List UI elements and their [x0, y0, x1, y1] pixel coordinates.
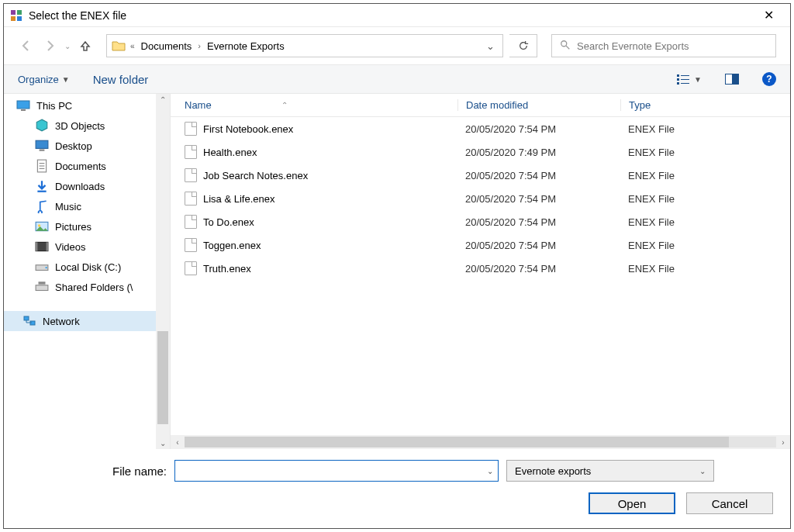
svg-rect-29 — [39, 282, 46, 284]
column-headers: Name⌃ Date modified Type — [171, 94, 790, 117]
file-row[interactable]: Toggen.enex20/05/2020 7:54 PMENEX File — [171, 233, 790, 257]
file-date: 20/05/2020 7:54 PM — [457, 193, 620, 205]
tree-downloads[interactable]: Downloads — [4, 176, 156, 196]
navigation-bar: ⌄ « Documents › Evernote Exports ⌄ Searc… — [4, 27, 790, 64]
up-button[interactable] — [77, 37, 94, 54]
svg-rect-11 — [681, 83, 689, 84]
address-bar[interactable]: « Documents › Evernote Exports ⌄ — [106, 34, 503, 57]
address-dropdown[interactable]: ⌄ — [483, 40, 498, 52]
file-row[interactable]: Truth.enex20/05/2020 7:54 PMENEX File — [171, 257, 790, 280]
tree-documents[interactable]: Documents — [4, 156, 156, 176]
tree-music[interactable]: Music — [4, 196, 156, 216]
new-folder-button[interactable]: New folder — [93, 73, 149, 86]
file-date: 20/05/2020 7:49 PM — [457, 147, 620, 158]
file-row[interactable]: To Do.enex20/05/2020 7:54 PMENEX File — [171, 210, 790, 233]
horizontal-scrollbar[interactable]: ‹ › — [171, 435, 790, 449]
scrollbar-thumb[interactable] — [157, 331, 168, 424]
file-name: Truth.enex — [203, 263, 251, 275]
svg-line-5 — [566, 45, 569, 48]
tree-local-disk[interactable]: Local Disk (C:) — [4, 257, 156, 277]
refresh-button[interactable] — [509, 34, 537, 57]
file-row[interactable]: Job Search Notes.enex20/05/2020 7:54 PME… — [171, 164, 790, 187]
preview-pane-toggle[interactable] — [725, 74, 739, 85]
tree-desktop[interactable]: Desktop — [4, 136, 156, 156]
pictures-icon — [35, 220, 49, 233]
open-button[interactable]: Open — [589, 492, 675, 514]
tree-videos[interactable]: Videos — [4, 237, 156, 257]
recent-locations-dropdown[interactable]: ⌄ — [64, 42, 71, 50]
svg-rect-1 — [17, 10, 22, 15]
column-type[interactable]: Type — [620, 99, 790, 111]
file-type: ENEX File — [620, 123, 790, 135]
svg-rect-28 — [36, 285, 48, 291]
organize-menu[interactable]: Organize ▼ — [18, 74, 70, 85]
filename-input[interactable]: ⌄ — [174, 460, 499, 482]
titlebar: Select the ENEX file ✕ — [4, 4, 790, 27]
file-name: Job Search Notes.enex — [203, 170, 308, 181]
sidebar-scrollbar[interactable]: ⌃ ⌄ — [156, 94, 170, 449]
file-name: Toggen.enex — [203, 240, 261, 251]
sort-indicator-icon: ⌃ — [281, 101, 288, 109]
tree-pictures[interactable]: Pictures — [4, 216, 156, 237]
column-name[interactable]: Name⌃ — [171, 99, 457, 111]
file-row[interactable]: Health.enex20/05/2020 7:49 PMENEX File — [171, 140, 790, 164]
window-title: Select the ENEX file — [29, 9, 753, 22]
file-list: First Notebook.enex20/05/2020 7:54 PMENE… — [171, 117, 790, 435]
file-icon — [185, 261, 197, 275]
file-name: To Do.enex — [203, 216, 254, 228]
svg-rect-30 — [24, 316, 29, 320]
scrollbar-thumb[interactable] — [185, 437, 729, 447]
file-row[interactable]: Lisa & Life.enex20/05/2020 7:54 PMENEX F… — [171, 187, 790, 210]
chevron-left-icon: ‹ — [171, 438, 185, 447]
svg-point-27 — [46, 267, 47, 268]
desktop-icon — [35, 140, 49, 152]
tree-shared-folders[interactable]: Shared Folders (\ — [4, 277, 156, 297]
svg-rect-2 — [11, 16, 16, 21]
drive-icon — [35, 261, 49, 273]
filename-dropdown[interactable]: ⌄ — [487, 467, 493, 475]
videos-icon — [35, 240, 49, 253]
navigation-pane: This PC 3D Objects Desktop Documents Dow… — [4, 94, 170, 449]
file-date: 20/05/2020 7:54 PM — [457, 123, 620, 135]
search-input[interactable]: Search Evernote Exports — [551, 34, 776, 57]
file-date: 20/05/2020 7:54 PM — [457, 170, 620, 181]
chevron-down-icon: ⌄ — [699, 467, 706, 475]
toolbar: Organize ▼ New folder ▼ ? — [4, 64, 790, 94]
breadcrumb-current[interactable]: Evernote Exports — [205, 40, 286, 52]
file-type-filter[interactable]: Evernote exports ⌄ — [506, 460, 714, 482]
svg-rect-14 — [36, 140, 48, 148]
breadcrumb-overflow[interactable]: « — [130, 42, 135, 50]
view-options[interactable]: ▼ — [677, 74, 702, 85]
file-icon — [185, 192, 197, 206]
music-icon — [35, 200, 49, 212]
close-button[interactable]: ✕ — [753, 8, 784, 22]
forward-button[interactable] — [41, 37, 58, 54]
tree-network[interactable]: Network — [4, 311, 156, 331]
breadcrumb: Documents › Evernote Exports — [140, 40, 478, 52]
tree-this-pc[interactable]: This PC — [4, 95, 156, 116]
filename-field[interactable] — [180, 465, 487, 477]
svg-rect-12 — [17, 101, 29, 109]
tree-3d-objects[interactable]: 3D Objects — [4, 116, 156, 136]
chevron-right-icon: › — [196, 41, 202, 50]
svg-rect-6 — [677, 74, 679, 77]
file-list-pane: Name⌃ Date modified Type First Notebook.… — [170, 94, 790, 449]
svg-rect-7 — [681, 75, 689, 76]
back-button[interactable] — [18, 37, 35, 54]
column-date[interactable]: Date modified — [457, 99, 620, 111]
app-icon — [10, 9, 22, 22]
chevron-right-icon: › — [776, 438, 790, 447]
network-icon — [22, 315, 36, 327]
cube-icon — [35, 119, 49, 132]
help-button[interactable]: ? — [762, 72, 776, 86]
svg-rect-13 — [21, 109, 26, 111]
download-icon — [35, 180, 49, 192]
file-icon — [185, 215, 197, 229]
cancel-button[interactable]: Cancel — [686, 492, 773, 514]
search-icon — [560, 40, 571, 53]
svg-rect-0 — [11, 10, 16, 15]
file-type: ENEX File — [620, 147, 790, 158]
breadcrumb-prev[interactable]: Documents — [140, 40, 194, 52]
chevron-up-icon: ⌃ — [160, 95, 166, 104]
file-row[interactable]: First Notebook.enex20/05/2020 7:54 PMENE… — [171, 117, 790, 140]
